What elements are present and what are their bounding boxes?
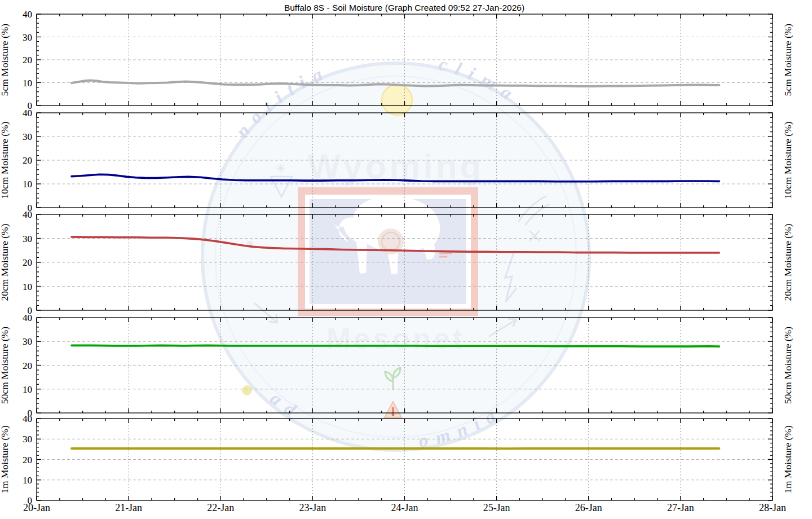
y-axis-label-right-5cm: 5cm Moisture (%) xyxy=(782,24,793,96)
x-tick-label: 20-Jan xyxy=(23,502,50,513)
y-tick-label: 40 xyxy=(23,108,32,118)
y-axis-label-left-10cm: 10cm Moisture (%) xyxy=(0,121,10,199)
y-tick-label: 20 xyxy=(23,360,32,371)
x-tick-label: 26-Jan xyxy=(575,502,602,513)
y-tick-label: 20 xyxy=(23,455,32,465)
y-tick-label: 20 xyxy=(23,155,32,166)
y-tick-label: 40 xyxy=(23,209,32,220)
x-tick-label: 27-Jan xyxy=(667,502,694,513)
y-axis-label-left-50cm: 50cm Moisture (%) xyxy=(0,327,10,404)
soil-moisture-chart: notitiaclimaadomniaWyomingMesonet✳ 01020… xyxy=(0,0,812,519)
x-tick-label: 28-Jan xyxy=(759,502,786,513)
y-tick-label: 40 xyxy=(23,313,32,323)
y-tick-label: 30 xyxy=(23,434,32,445)
thermometer-bulb xyxy=(392,414,395,416)
y-tick-label: 20 xyxy=(23,257,32,268)
y-tick-label: 10 xyxy=(23,179,32,190)
y-tick-label: 10 xyxy=(23,475,32,486)
y-axis-label-right-50cm: 50cm Moisture (%) xyxy=(782,327,793,404)
y-tick-label: 40 xyxy=(23,414,32,424)
y-axis-label-left-5cm: 5cm Moisture (%) xyxy=(0,24,10,96)
y-axis-label-right-20cm: 20cm Moisture (%) xyxy=(782,223,793,301)
dot-yellow-icon xyxy=(242,385,252,395)
x-tick-label: 22-Jan xyxy=(207,502,234,513)
sextant-star-icon: ✳ xyxy=(276,161,286,175)
series-line-50cm xyxy=(72,345,719,346)
chart-canvas: notitiaclimaadomniaWyomingMesonet✳ 01020… xyxy=(0,0,812,519)
x-tick-label: 23-Jan xyxy=(299,502,326,513)
y-tick-label: 10 xyxy=(23,78,32,89)
y-tick-label: 30 xyxy=(23,32,32,43)
y-tick-label: 40 xyxy=(23,9,32,20)
y-tick-label: 10 xyxy=(23,282,32,292)
y-axis-label-right-1m: 1m Moisture (%) xyxy=(782,425,793,494)
y-tick-label: 30 xyxy=(23,336,32,347)
y-tick-label: 30 xyxy=(23,234,32,244)
y-axis-label-left-1m: 1m Moisture (%) xyxy=(0,425,10,494)
y-tick-label: 20 xyxy=(23,55,32,65)
watermark-sun-icon xyxy=(382,85,412,115)
y-tick-label: 10 xyxy=(23,384,32,395)
y-axis-label-left-20cm: 20cm Moisture (%) xyxy=(0,223,10,301)
x-tick-label: 21-Jan xyxy=(115,502,142,513)
x-tick-label: 25-Jan xyxy=(483,502,510,513)
y-axis-label-right-10cm: 10cm Moisture (%) xyxy=(782,121,793,199)
y-tick-label: 30 xyxy=(23,131,32,142)
chart-title: Buffalo 8S - Soil Moisture (Graph Create… xyxy=(284,3,524,12)
watermark-mesonet-text: Mesonet xyxy=(326,322,465,355)
x-tick-label: 24-Jan xyxy=(391,502,418,513)
